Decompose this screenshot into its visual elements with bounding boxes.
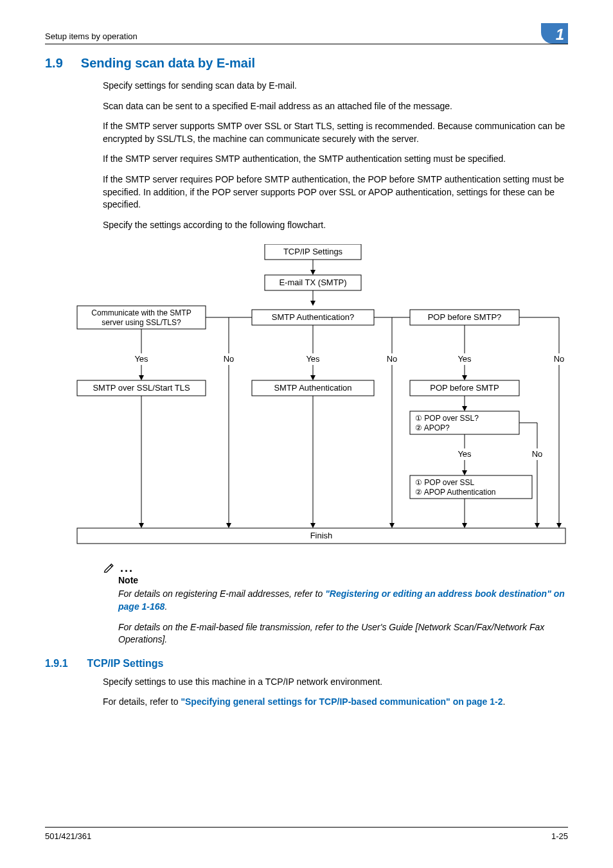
flow-yes: Yes bbox=[306, 354, 320, 364]
footer-left: 501/421/361 bbox=[45, 831, 91, 841]
flow-no: No bbox=[387, 354, 398, 364]
flow-no: No bbox=[532, 449, 543, 459]
flow-no: No bbox=[554, 354, 565, 364]
flow-q-popbefore: POP before SMTP? bbox=[428, 312, 502, 322]
flow-no: No bbox=[224, 354, 235, 364]
flow-box-tcpip: TCP/IP Settings bbox=[283, 247, 343, 256]
flow-q-ssl-l2: server using SSL/TLS? bbox=[102, 318, 181, 327]
subsection-body: Specify settings to use this machine in … bbox=[103, 676, 568, 709]
paragraph: For details, refer to "Specifying genera… bbox=[103, 696, 568, 709]
chapter-badge: 1 bbox=[541, 23, 568, 44]
flow-q-smtpauth: SMTP Authentication? bbox=[272, 312, 354, 322]
paragraph: Scan data can be sent to a specified E-m… bbox=[103, 100, 568, 113]
subsection-number: 1.9.1 bbox=[45, 658, 68, 669]
flow-q-popssl: ① POP over SSL? bbox=[415, 414, 479, 423]
flowchart: TCP/IP Settings E-mail TX (SMTP) Communi… bbox=[45, 244, 568, 548]
subsection-heading: 1.9.1 TCP/IP Settings bbox=[45, 658, 568, 669]
page-footer: 501/421/361 1-25 bbox=[45, 827, 568, 841]
header-left-text: Setup items by operation bbox=[45, 31, 138, 41]
page-header: Setup items by operation 1 bbox=[45, 23, 568, 44]
note-icon: ... bbox=[103, 561, 568, 574]
note-text-2: For details on the E-mail-based file tra… bbox=[118, 621, 568, 646]
chapter-number: 1 bbox=[556, 26, 564, 44]
link-tcpip-settings[interactable]: "Specifying general settings for TCP/IP-… bbox=[181, 696, 502, 707]
note-text-1: For details on registering E-mail addres… bbox=[118, 588, 568, 613]
flow-q-ssl-l1: Communicate with the SMTP bbox=[91, 308, 191, 317]
footer-page-number: 1-25 bbox=[551, 831, 568, 841]
section-title: Sending scan data by E-mail bbox=[81, 56, 255, 71]
flow-box-emailtx: E-mail TX (SMTP) bbox=[279, 278, 346, 287]
subsection-title: TCP/IP Settings bbox=[87, 658, 164, 669]
note-label: Note bbox=[118, 575, 568, 585]
section-heading: 1.9 Sending scan data by E-mail bbox=[45, 56, 568, 71]
section-number: 1.9 bbox=[45, 56, 63, 71]
body-text-block: Specify settings for sending scan data b… bbox=[103, 80, 568, 231]
flow-yes: Yes bbox=[458, 354, 472, 364]
flow-a-smtpauth: SMTP Authentication bbox=[274, 383, 351, 393]
paragraph: If the SMTP server requires SMTP authent… bbox=[103, 153, 568, 166]
flow-yes: Yes bbox=[458, 449, 472, 459]
note-block: ... Note For details on registering E-ma… bbox=[103, 561, 568, 646]
flow-finish: Finish bbox=[310, 531, 333, 540]
flow-a-ssl: SMTP over SSL/Start TLS bbox=[93, 383, 190, 393]
paragraph: If the SMTP server requires POP before S… bbox=[103, 173, 568, 211]
paragraph: Specify settings for sending scan data b… bbox=[103, 80, 568, 93]
flow-a-apop: ② APOP Authentication bbox=[415, 488, 496, 497]
flow-q-apop: ② APOP? bbox=[415, 423, 450, 432]
paragraph: If the SMTP server supports SMTP over SS… bbox=[103, 120, 568, 145]
flow-a-popbefore: POP before SMTP bbox=[430, 383, 499, 393]
paragraph: Specify settings to use this machine in … bbox=[103, 676, 568, 689]
paragraph: Specify the settings according to the fo… bbox=[103, 219, 568, 232]
flow-yes: Yes bbox=[134, 354, 148, 364]
flow-a-popssl: ① POP over SSL bbox=[415, 478, 474, 487]
